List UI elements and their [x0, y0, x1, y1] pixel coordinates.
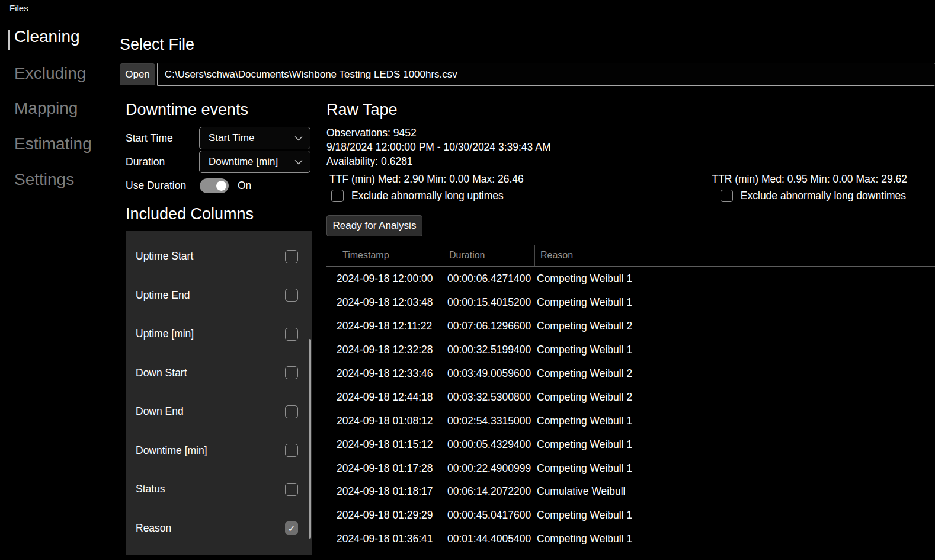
sidebar-item-mapping[interactable]: Mapping	[14, 99, 78, 118]
duration-dropdown-value: Downtime [min]	[209, 156, 278, 168]
included-column-item[interactable]: Reason ✓	[126, 509, 312, 548]
row-reason: Competing Weibull 1	[535, 533, 646, 544]
use-duration-label: Use Duration	[126, 180, 186, 192]
row-duration: 00:00:45.0417600	[441, 509, 535, 521]
table-row[interactable]: 2024-09-18 12:11:22 00:07:06.1296600 Com…	[326, 315, 935, 338]
exclude-long-downtimes-label: Exclude abnormally long downtimes	[741, 190, 906, 202]
duration-label: Duration	[126, 156, 165, 168]
column-checkbox[interactable]: ✓	[285, 483, 298, 496]
row-duration: 00:03:32.5300800	[441, 391, 535, 404]
row-duration: 00:00:06.4271400	[441, 273, 535, 285]
observations-value: Observations: 9452	[326, 127, 417, 139]
table-row[interactable]: 2024-09-18 01:18:17 00:06:14.2072200 Cum…	[326, 480, 935, 504]
row-duration: 00:00:22.4900999	[441, 462, 535, 475]
included-column-label: Uptime Start	[136, 250, 193, 263]
column-checkbox[interactable]: ✓	[285, 289, 298, 302]
ttr-summary: TTR (min) Med: 0.95 Min: 0.00 Max: 29.62	[712, 173, 907, 185]
column-checkbox[interactable]: ✓	[285, 405, 298, 418]
start-time-label: Start Time	[126, 132, 173, 145]
table-body[interactable]: 2024-09-18 12:00:00 00:00:06.4271400 Com…	[326, 267, 935, 544]
raw-tape-title: Raw Tape	[326, 101, 398, 119]
sidebar-item-excluding[interactable]: Excluding	[14, 64, 86, 83]
column-checkbox[interactable]: ✓	[285, 250, 298, 263]
table-row[interactable]: 2024-09-18 12:33:46 00:03:49.0059600 Com…	[326, 362, 935, 386]
row-reason: Competing Weibull 1	[535, 415, 646, 427]
row-reason: Competing Weibull 2	[535, 367, 646, 380]
ttf-summary: TTF (min) Med: 2.90 Min: 0.00 Max: 26.46	[329, 173, 524, 185]
row-timestamp: 2024-09-18 12:00:00	[326, 273, 441, 285]
column-checkbox[interactable]: ✓	[285, 521, 298, 535]
sidebar-item-estimating[interactable]: Estimating	[14, 135, 92, 153]
sidebar-item-settings[interactable]: Settings	[14, 170, 74, 189]
row-timestamp: 2024-09-18 12:03:48	[326, 296, 441, 309]
row-reason: Competing Weibull 1	[535, 462, 646, 475]
row-reason: Competing Weibull 1	[535, 509, 646, 521]
row-duration: 00:00:05.4329400	[441, 439, 535, 451]
column-checkbox[interactable]: ✓	[285, 444, 298, 457]
sidebar-item-cleaning[interactable]: Cleaning	[14, 27, 80, 46]
included-column-item[interactable]: Downtime [min] ✓	[126, 431, 312, 471]
date-range-value: 9/18/2024 12:00:00 PM - 10/30/2024 3:39:…	[326, 141, 550, 153]
chevron-down-icon	[294, 159, 303, 165]
row-duration: 00:06:14.2072200	[441, 485, 535, 498]
table-row[interactable]: 2024-09-18 01:17:28 00:00:22.4900999 Com…	[326, 456, 935, 480]
row-timestamp: 2024-09-18 12:44:18	[326, 391, 441, 404]
row-reason: Competing Weibull 2	[535, 391, 646, 404]
table-row[interactable]: 2024-09-18 12:03:48 00:00:15.4015200 Com…	[326, 291, 935, 315]
row-timestamp: 2024-09-18 01:15:12	[326, 439, 441, 451]
exclude-long-uptimes-label: Exclude abnormally long uptimes	[351, 190, 504, 202]
selected-item-accent-bar	[8, 30, 10, 50]
row-reason: Competing Weibull 1	[535, 273, 646, 285]
included-column-item[interactable]: Uptime [min] ✓	[126, 315, 312, 354]
row-timestamp: 2024-09-18 01:17:28	[326, 462, 441, 475]
included-column-label: Uptime [min]	[136, 328, 194, 340]
included-column-label: Status	[136, 483, 165, 495]
included-column-label: Down End	[136, 405, 184, 418]
exclude-long-downtimes-row: ✓ Exclude abnormally long downtimes	[721, 190, 906, 202]
included-column-item[interactable]: Status ✓	[126, 470, 312, 509]
column-checkbox[interactable]: ✓	[285, 366, 298, 379]
exclude-long-uptimes-checkbox[interactable]: ✓	[331, 190, 344, 202]
ready-for-analysis-button[interactable]: Ready for Analysis	[326, 215, 422, 236]
row-duration: 00:00:15.4015200	[441, 296, 535, 309]
included-column-item[interactable]: Down End ✓	[126, 392, 312, 431]
availability-value: Availability: 0.6281	[326, 155, 413, 168]
column-header-timestamp[interactable]: Timestamp	[326, 245, 441, 266]
included-column-label: Down Start	[136, 367, 187, 379]
table-row[interactable]: 2024-09-18 01:36:41 00:01:44.4005400 Com…	[326, 527, 935, 544]
row-reason: Cumulative Weibull	[535, 485, 646, 498]
included-column-label: Reason	[136, 522, 171, 535]
column-header-reason[interactable]: Reason	[535, 245, 646, 266]
row-timestamp: 2024-09-18 01:18:17	[326, 485, 441, 498]
exclude-long-downtimes-checkbox[interactable]: ✓	[721, 190, 733, 202]
use-duration-state: On	[238, 180, 251, 192]
table-row[interactable]: 2024-09-18 12:44:18 00:03:32.5300800 Com…	[326, 385, 935, 409]
table-row[interactable]: 2024-09-18 01:15:12 00:00:05.4329400 Com…	[326, 433, 935, 456]
included-column-item[interactable]: Down Start ✓	[126, 354, 312, 393]
column-header-duration[interactable]: Duration	[441, 245, 535, 266]
table-row[interactable]: 2024-09-18 01:29:29 00:00:45.0417600 Com…	[326, 504, 935, 527]
use-duration-toggle[interactable]	[200, 178, 229, 193]
start-time-dropdown[interactable]: Start Time	[199, 127, 310, 149]
open-file-button[interactable]: Open	[120, 63, 155, 85]
included-columns-list: Uptime Start ✓ Uptime End ✓ Uptime [min]…	[126, 231, 312, 555]
list-scrollbar[interactable]	[309, 339, 311, 539]
file-path-input[interactable]	[157, 63, 935, 86]
included-column-item[interactable]: Uptime End ✓	[126, 276, 312, 315]
row-timestamp: 2024-09-18 01:29:29	[326, 509, 441, 521]
included-columns-title: Included Columns	[126, 205, 254, 223]
row-duration: 00:01:44.4005400	[441, 533, 535, 544]
row-reason: Competing Weibull 2	[535, 320, 646, 332]
table-row[interactable]: 2024-09-18 12:32:28 00:00:32.5199400 Com…	[326, 338, 935, 362]
files-menu[interactable]: Files	[9, 3, 28, 13]
row-duration: 00:07:06.1296600	[441, 320, 535, 332]
column-checkbox[interactable]: ✓	[285, 328, 298, 341]
duration-dropdown[interactable]: Downtime [min]	[199, 151, 310, 173]
row-timestamp: 2024-09-18 01:36:41	[326, 533, 441, 544]
table-row[interactable]: 2024-09-18 12:00:00 00:00:06.4271400 Com…	[326, 267, 935, 291]
start-time-dropdown-value: Start Time	[209, 132, 254, 144]
included-column-item[interactable]: Uptime Start ✓	[126, 237, 312, 276]
column-header-empty	[646, 245, 935, 266]
row-duration: 00:00:32.5199400	[441, 344, 535, 356]
table-row[interactable]: 2024-09-18 01:08:12 00:02:54.3315000 Com…	[326, 409, 935, 433]
